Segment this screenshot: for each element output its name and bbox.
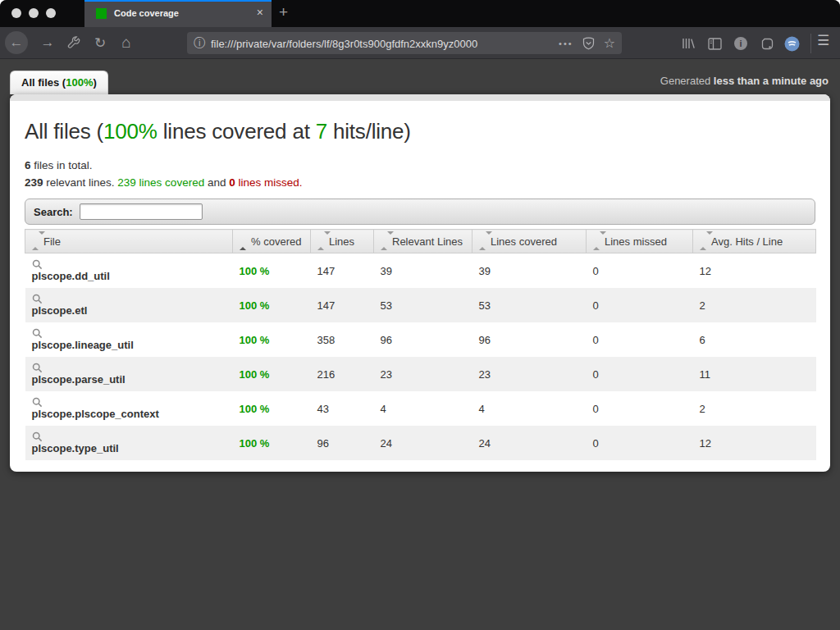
lines-covered-cell: 24 <box>472 426 587 460</box>
browser-window: Code coverage × + ← → ↻ ⌂ ⓘ file:///priv… <box>0 0 840 630</box>
avg-hits-cell: 11 <box>693 357 816 391</box>
url-bar[interactable]: ⓘ file:///private/var/folders/lf/8g3r0ts… <box>187 32 622 54</box>
menu-button[interactable]: ☰ <box>817 32 829 49</box>
svg-text:i: i <box>739 39 742 48</box>
relevant-lines-cell: 4 <box>374 391 472 426</box>
lines-covered-cell: 39 <box>472 253 587 289</box>
lines-covered-cell: 23 <box>472 357 587 391</box>
new-tab-button[interactable]: + <box>279 3 288 21</box>
page-info-icon[interactable]: ⓘ <box>194 36 205 51</box>
active-tab-indicator <box>84 0 272 2</box>
table-row: plscope.plscope_context100 %434402 <box>25 391 816 426</box>
summary-stats: 6 files in total. 239 relevant lines. 23… <box>25 157 815 191</box>
column-header-lines-covered[interactable]: Lines covered <box>472 230 587 253</box>
generated-timestamp: Generated less than a minute ago <box>660 75 829 87</box>
relevant-lines-cell: 96 <box>374 322 472 357</box>
files-total-line: 6 files in total. <box>25 157 815 174</box>
url-fade-overlay <box>512 36 550 51</box>
relevant-lines-cell: 23 <box>374 357 472 391</box>
extension-info-icon[interactable]: i <box>732 34 750 52</box>
evernote-icon[interactable] <box>758 34 776 52</box>
library-icon[interactable] <box>679 34 697 52</box>
column-header-file[interactable]: File <box>25 230 233 253</box>
sort-both-icon <box>479 235 486 247</box>
tab-bar: Code coverage × + <box>0 0 840 27</box>
zoom-window-button[interactable] <box>46 8 56 18</box>
bookmark-star-icon[interactable]: ☆ <box>604 35 615 51</box>
magnifier-icon[interactable] <box>32 259 226 270</box>
column-header-percent-covered[interactable]: % covered <box>233 230 311 253</box>
column-header-lines-missed[interactable]: Lines missed <box>587 230 693 253</box>
pocket-app-icon[interactable] <box>783 34 801 52</box>
favicon-icon <box>96 8 107 19</box>
wrench-icon[interactable] <box>62 31 85 54</box>
report-card: All files (100% lines covered at 7 hits/… <box>10 94 830 472</box>
page-actions-icon[interactable]: ••• <box>559 39 573 48</box>
file-name-cell[interactable]: plscope.etl <box>25 288 233 322</box>
percent-covered-cell: 100 % <box>233 288 311 322</box>
sidebar-toggle-icon[interactable] <box>705 34 724 52</box>
toolbar-divider <box>810 34 811 53</box>
file-name-cell[interactable]: plscope.dd_util <box>25 253 233 289</box>
home-button[interactable]: ⌂ <box>115 31 138 54</box>
percent-covered-cell: 100 % <box>233 391 311 426</box>
lines-covered-cell: 96 <box>472 322 587 357</box>
browser-tab[interactable]: Code coverage × <box>84 0 272 27</box>
sort-asc-icon <box>240 235 247 247</box>
lines-cell: 147 <box>311 253 374 289</box>
avg-hits-cell: 12 <box>693 253 816 289</box>
avg-hits-cell: 12 <box>693 426 816 460</box>
lines-cell: 43 <box>311 391 374 426</box>
search-input[interactable] <box>80 203 203 220</box>
coverage-table: File % covered Lines Relevant Lines Line… <box>25 229 816 460</box>
magnifier-icon[interactable] <box>32 397 226 408</box>
percent-covered-cell: 100 % <box>233 357 311 391</box>
sort-both-icon <box>32 235 39 247</box>
pocket-shield-icon[interactable] <box>582 37 595 50</box>
table-row: plscope.dd_util100 %1473939012 <box>25 253 816 289</box>
forward-button[interactable]: → <box>36 31 59 54</box>
url-text: file:///private/var/folders/lf/8g3r0ts90… <box>211 38 477 50</box>
lines-summary-line: 239 relevant lines. 239 lines covered an… <box>25 174 815 191</box>
percent-covered-cell: 100 % <box>233 426 311 460</box>
page-title: All files (100% lines covered at 7 hits/… <box>25 119 815 144</box>
lines-covered-cell: 4 <box>472 391 587 426</box>
column-header-lines[interactable]: Lines <box>311 230 374 253</box>
percent-covered-cell: 100 % <box>233 322 311 357</box>
magnifier-icon[interactable] <box>32 431 226 442</box>
table-row: plscope.etl100 %147535302 <box>25 288 816 322</box>
card-top-strip <box>10 94 830 101</box>
lines-missed-cell: 0 <box>587 288 693 322</box>
page-content: All files (100%) Generated less than a m… <box>0 59 840 630</box>
sort-both-icon <box>317 235 325 247</box>
lines-missed-cell: 0 <box>587 391 693 426</box>
relevant-lines-cell: 24 <box>374 426 472 460</box>
magnifier-icon[interactable] <box>32 328 226 339</box>
all-files-tab-close-paren: ) <box>93 76 96 89</box>
file-name-cell[interactable]: plscope.parse_util <box>25 357 233 391</box>
lines-missed-cell: 0 <box>587 357 693 391</box>
magnifier-icon[interactable] <box>32 363 226 373</box>
column-header-avg-hits[interactable]: Avg. Hits / Line <box>693 230 816 253</box>
sort-both-icon <box>593 235 600 247</box>
magnifier-icon[interactable] <box>32 294 226 304</box>
reload-button[interactable]: ↻ <box>89 31 112 54</box>
back-button[interactable]: ← <box>5 31 28 54</box>
file-name-cell[interactable]: plscope.lineage_util <box>25 322 233 357</box>
url-text-container[interactable]: file:///private/var/folders/lf/8g3r0ts90… <box>211 36 550 51</box>
file-name-cell[interactable]: plscope.plscope_context <box>25 391 233 426</box>
relevant-lines-cell: 39 <box>374 253 472 289</box>
avg-hits-cell: 2 <box>693 391 816 426</box>
close-tab-icon[interactable]: × <box>257 6 263 19</box>
tab-all-files[interactable]: All files (100%) <box>10 71 108 94</box>
table-row: plscope.parse_util100 %2162323011 <box>25 357 816 391</box>
lines-missed-cell: 0 <box>587 253 693 289</box>
close-window-button[interactable] <box>11 8 21 18</box>
table-row: plscope.lineage_util100 %358969606 <box>25 322 816 357</box>
minimize-window-button[interactable] <box>29 8 39 18</box>
tab-title: Code coverage <box>114 8 179 18</box>
table-header-row: File % covered Lines Relevant Lines Line… <box>25 230 816 253</box>
file-name-cell[interactable]: plscope.type_util <box>25 426 233 460</box>
relevant-lines-cell: 53 <box>374 288 472 322</box>
column-header-relevant-lines[interactable]: Relevant Lines <box>374 230 472 253</box>
